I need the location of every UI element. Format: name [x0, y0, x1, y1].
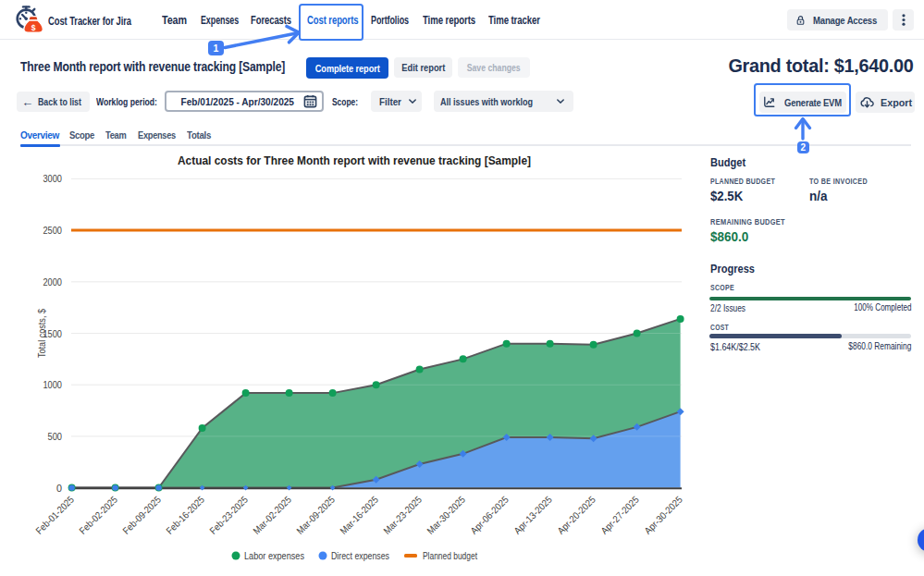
svg-text:Apr-30-2025: Apr-30-2025 — [642, 494, 684, 536]
svg-text:1000: 1000 — [43, 379, 63, 390]
svg-text:Mar-02-2025: Mar-02-2025 — [251, 494, 293, 536]
svg-text:$: $ — [31, 23, 36, 32]
svg-text:Direct expenses: Direct expenses — [331, 550, 389, 561]
svg-text:Apr-06-2025: Apr-06-2025 — [468, 494, 511, 536]
svg-text:Feb-16-2025: Feb-16-2025 — [164, 494, 206, 536]
svg-text:2000: 2000 — [43, 276, 63, 288]
svg-text:Apr-27-2025: Apr-27-2025 — [598, 494, 641, 536]
svg-text:Mar-23-2025: Mar-23-2025 — [381, 494, 424, 536]
svg-text:Apr-20-2025: Apr-20-2025 — [555, 494, 598, 536]
svg-text:Feb-23-2025: Feb-23-2025 — [207, 494, 250, 536]
svg-text:500: 500 — [48, 431, 63, 442]
svg-text:Feb-02-2025: Feb-02-2025 — [77, 494, 119, 536]
svg-text:Mar-09-2025: Mar-09-2025 — [294, 494, 337, 536]
svg-text:2500: 2500 — [43, 225, 63, 236]
svg-text:Total costs, $: Total costs, $ — [36, 309, 47, 358]
svg-text:3000: 3000 — [43, 173, 63, 184]
svg-text:Feb-01-2025: Feb-01-2025 — [33, 494, 76, 536]
svg-text:Planned budget: Planned budget — [423, 550, 477, 561]
svg-text:0: 0 — [56, 483, 62, 494]
svg-text:Mar-16-2025: Mar-16-2025 — [338, 494, 380, 536]
svg-text:Feb-09-2025: Feb-09-2025 — [120, 494, 163, 536]
svg-text:Actual costs for Three Month r: Actual costs for Three Month report with… — [178, 154, 531, 167]
svg-text:Mar-30-2025: Mar-30-2025 — [425, 494, 467, 536]
svg-text:Apr-13-2025: Apr-13-2025 — [511, 494, 554, 536]
svg-text:Labor expenses: Labor expenses — [244, 550, 304, 561]
